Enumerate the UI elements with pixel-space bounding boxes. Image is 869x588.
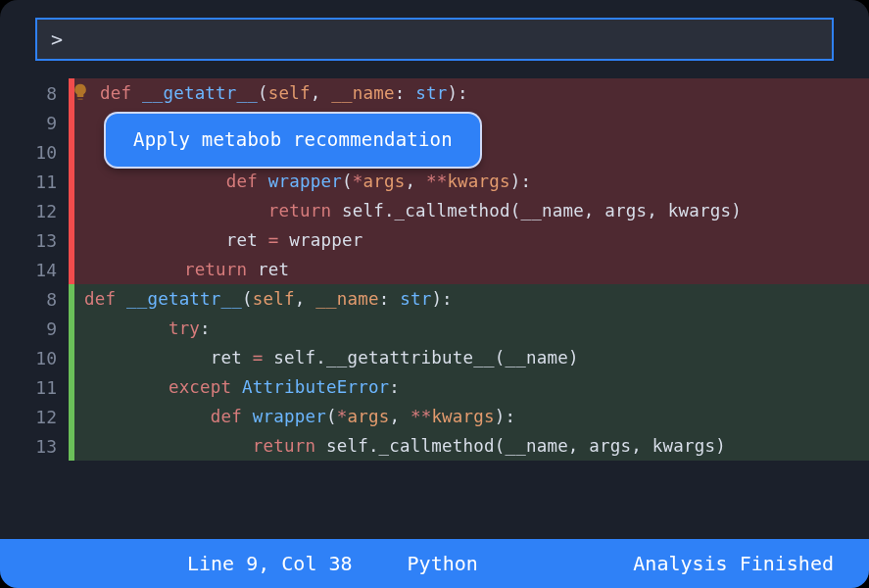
line-number: 14	[0, 260, 69, 280]
line-number: 8	[0, 83, 69, 104]
code-content: ret = wrapper	[74, 225, 869, 255]
code-line[interactable]: 8 def __getattr__(self, __name: str):	[0, 284, 869, 314]
line-number: 12	[0, 201, 69, 221]
status-language[interactable]: Python	[408, 552, 478, 575]
apply-recommendation-button[interactable]: Apply metabob recommendation	[106, 114, 480, 167]
status-bar: Line 9, Col 38 Python Analysis Finished	[0, 539, 869, 588]
editor-window: > 8 def __getattr__(self, __name: str): …	[0, 0, 869, 588]
code-content: return ret	[74, 255, 869, 284]
line-number: 11	[0, 172, 69, 192]
apply-recommendation-label: Apply metabob recommendation	[133, 128, 453, 150]
status-position[interactable]: Line 9, Col 38	[187, 552, 353, 575]
command-bar-area: >	[0, 0, 869, 71]
code-line[interactable]: 11 except AttributeError:	[0, 372, 869, 402]
code-content: def wrapper(*args, **kwargs):	[74, 402, 869, 431]
command-prompt: >	[51, 27, 63, 51]
code-line[interactable]: 8 def __getattr__(self, __name: str):	[0, 78, 869, 108]
line-number: 8	[0, 289, 69, 310]
code-line[interactable]: 12 return self._callmethod(__name, args,…	[0, 196, 869, 225]
line-number: 10	[0, 142, 69, 163]
code-content: return self._callmethod(__name, args, kw…	[74, 196, 869, 225]
code-content: def __getattr__(self, __name: str):	[74, 284, 869, 314]
code-line[interactable]: 11 def wrapper(*args, **kwargs):	[0, 167, 869, 196]
line-number: 9	[0, 318, 69, 339]
code-line[interactable]: 13 return self._callmethod(__name, args,…	[0, 431, 869, 461]
code-line[interactable]: 13 ret = wrapper	[0, 225, 869, 255]
code-content: def wrapper(*args, **kwargs):	[74, 167, 869, 196]
code-content: except AttributeError:	[74, 372, 869, 402]
line-number: 13	[0, 436, 69, 457]
status-analysis[interactable]: Analysis Finished	[633, 552, 834, 575]
code-line[interactable]: 10 ret = self.__getattribute__(__name)	[0, 343, 869, 372]
line-number: 12	[0, 407, 69, 427]
code-content: ret = self.__getattribute__(__name)	[74, 343, 869, 372]
code-content: return self._callmethod(__name, args, kw…	[74, 431, 869, 461]
line-number: 11	[0, 377, 69, 398]
command-input[interactable]: >	[35, 18, 834, 61]
code-line[interactable]: 14 return ret	[0, 255, 869, 284]
code-line[interactable]: 12 def wrapper(*args, **kwargs):	[0, 402, 869, 431]
line-number: 10	[0, 348, 69, 368]
code-content: def __getattr__(self, __name: str):	[74, 78, 869, 108]
code-content: try:	[74, 314, 869, 343]
code-editor[interactable]: 8 def __getattr__(self, __name: str): 9 …	[0, 71, 869, 539]
line-number: 13	[0, 230, 69, 251]
line-number: 9	[0, 113, 69, 133]
code-line[interactable]: 9 try:	[0, 314, 869, 343]
